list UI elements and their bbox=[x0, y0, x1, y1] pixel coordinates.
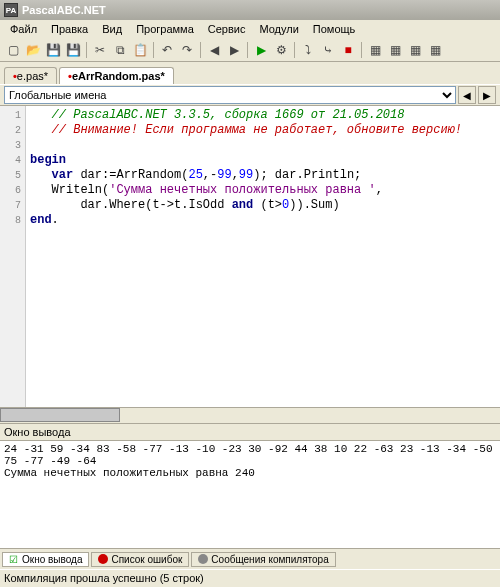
run-button[interactable]: ▶ bbox=[252, 41, 270, 59]
bullet-icon bbox=[98, 554, 108, 564]
bottom-tab-label: Список ошибок bbox=[111, 554, 182, 565]
line-number: 3 bbox=[0, 138, 21, 153]
toolbar: ▢ 📂 💾 💾 ✂ ⧉ 📋 ↶ ↷ ◀ ▶ ▶ ⚙ ⤵ ⤷ ■ ▦ ▦ ▦ ▦ bbox=[0, 38, 500, 62]
code-line[interactable]: begin bbox=[30, 153, 496, 168]
toolbar-sep bbox=[294, 42, 295, 58]
bottom-tabs: ☑Окно выводаСписок ошибокСообщения компи… bbox=[0, 549, 500, 569]
tool-button[interactable]: ▦ bbox=[406, 41, 424, 59]
undo-button[interactable]: ↶ bbox=[158, 41, 176, 59]
file-tabs: •e.pas*•eArrRandom.pas* bbox=[0, 62, 500, 84]
line-number: 8 bbox=[0, 213, 21, 228]
menu-item[interactable]: Правка bbox=[45, 21, 94, 37]
stop-button[interactable]: ■ bbox=[339, 41, 357, 59]
line-number: 2 bbox=[0, 123, 21, 138]
menu-item[interactable]: Вид bbox=[96, 21, 128, 37]
menubar: ФайлПравкаВидПрограммаСервисМодулиПомощь bbox=[0, 20, 500, 38]
toolbar-sep bbox=[200, 42, 201, 58]
menu-item[interactable]: Программа bbox=[130, 21, 200, 37]
code-line[interactable]: dar.Where(t->t.IsOdd and (t>0)).Sum) bbox=[30, 198, 496, 213]
check-icon: ☑ bbox=[9, 554, 19, 564]
step-into-button[interactable]: ⤷ bbox=[319, 41, 337, 59]
nav-forward-button[interactable]: ▶ bbox=[478, 86, 496, 104]
scope-dropdown[interactable]: Глобальные имена bbox=[4, 86, 456, 104]
titlebar: PA PascalABC.NET bbox=[0, 0, 500, 20]
menu-item[interactable]: Сервис bbox=[202, 21, 252, 37]
statusbar: Компиляция прошла успешно (5 строк) bbox=[0, 569, 500, 587]
save-all-button[interactable]: 💾 bbox=[64, 41, 82, 59]
menu-item[interactable]: Файл bbox=[4, 21, 43, 37]
file-tab[interactable]: •eArrRandom.pas* bbox=[59, 67, 174, 84]
nav-back-button[interactable]: ◀ bbox=[458, 86, 476, 104]
output-header: Окно вывода bbox=[0, 423, 500, 441]
copy-button[interactable]: ⧉ bbox=[111, 41, 129, 59]
back-button[interactable]: ◀ bbox=[205, 41, 223, 59]
toolbar-sep bbox=[247, 42, 248, 58]
line-number: 7 bbox=[0, 198, 21, 213]
redo-button[interactable]: ↷ bbox=[178, 41, 196, 59]
step-over-button[interactable]: ⤵ bbox=[299, 41, 317, 59]
code-line[interactable]: // Внимание! Если программа не работает,… bbox=[30, 123, 496, 138]
file-tab[interactable]: •e.pas* bbox=[4, 67, 57, 84]
bottom-tab[interactable]: Сообщения компилятора bbox=[191, 552, 335, 567]
app-icon: PA bbox=[4, 3, 18, 17]
line-gutter: 12345678 bbox=[0, 106, 26, 407]
tool-button[interactable]: ▦ bbox=[366, 41, 384, 59]
line-number: 1 bbox=[0, 108, 21, 123]
cut-button[interactable]: ✂ bbox=[91, 41, 109, 59]
toolbar-sep bbox=[361, 42, 362, 58]
scrollbar-thumb[interactable] bbox=[0, 408, 120, 422]
code-line[interactable] bbox=[30, 138, 496, 153]
output-panel[interactable]: 24 -31 59 -34 83 -58 -77 -13 -10 -23 30 … bbox=[0, 441, 500, 549]
tab-label: e.pas* bbox=[17, 70, 48, 82]
save-button[interactable]: 💾 bbox=[44, 41, 62, 59]
code-editor[interactable]: 12345678 // PascalABC.NET 3.3.5, сборка … bbox=[0, 106, 500, 407]
horizontal-scrollbar[interactable] bbox=[0, 407, 500, 423]
bottom-tab-label: Сообщения компилятора bbox=[211, 554, 328, 565]
menu-item[interactable]: Помощь bbox=[307, 21, 362, 37]
line-number: 5 bbox=[0, 168, 21, 183]
open-file-button[interactable]: 📂 bbox=[24, 41, 42, 59]
line-number: 6 bbox=[0, 183, 21, 198]
bottom-tab[interactable]: Список ошибок bbox=[91, 552, 189, 567]
toolbar-sep bbox=[86, 42, 87, 58]
code-line[interactable]: var dar:=ArrRandom(25,-99,99); dar.Print… bbox=[30, 168, 496, 183]
menu-item[interactable]: Модули bbox=[253, 21, 304, 37]
window-title: PascalABC.NET bbox=[22, 4, 106, 16]
paste-button[interactable]: 📋 bbox=[131, 41, 149, 59]
forward-button[interactable]: ▶ bbox=[225, 41, 243, 59]
tool-button[interactable]: ▦ bbox=[386, 41, 404, 59]
tab-label: eArrRandom.pas* bbox=[72, 70, 165, 82]
code-line[interactable]: end. bbox=[30, 213, 496, 228]
tool-button[interactable]: ▦ bbox=[426, 41, 444, 59]
code-area[interactable]: // PascalABC.NET 3.3.5, сборка 1669 от 2… bbox=[26, 106, 500, 407]
scope-navbar: Глобальные имена ◀ ▶ bbox=[0, 84, 500, 106]
bullet-icon bbox=[198, 554, 208, 564]
code-line[interactable]: // PascalABC.NET 3.3.5, сборка 1669 от 2… bbox=[30, 108, 496, 123]
code-line[interactable]: Writeln('Сумма нечетных положительных ра… bbox=[30, 183, 496, 198]
toolbar-sep bbox=[153, 42, 154, 58]
line-number: 4 bbox=[0, 153, 21, 168]
new-file-button[interactable]: ▢ bbox=[4, 41, 22, 59]
bottom-tab-label: Окно вывода bbox=[22, 554, 82, 565]
bottom-tab[interactable]: ☑Окно вывода bbox=[2, 552, 89, 567]
compile-button[interactable]: ⚙ bbox=[272, 41, 290, 59]
